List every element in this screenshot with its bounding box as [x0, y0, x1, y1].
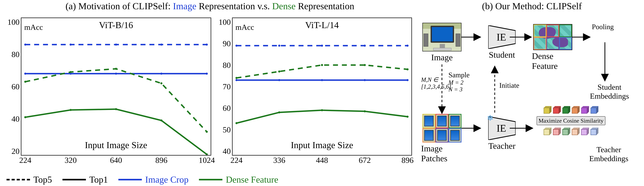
- ytick: 20: [12, 147, 20, 156]
- chart-vitb: mAcc ViT-B/16 Input Image Size 204060801…: [5, 15, 216, 166]
- arrow: [439, 62, 444, 115]
- encoder-label: IE: [496, 122, 506, 134]
- svg-point-28: [364, 79, 366, 81]
- student-embeddings-label: Student Embeddings: [578, 83, 642, 101]
- svg-point-25: [236, 79, 238, 81]
- svg-point-17: [115, 108, 117, 110]
- svg-point-9: [206, 73, 208, 75]
- ytick: 80: [12, 50, 20, 59]
- svg-point-14: [206, 131, 208, 133]
- svg-point-1: [70, 44, 72, 46]
- svg-point-22: [321, 45, 323, 47]
- cube-icon: [562, 128, 570, 135]
- dense-feature-node: Dense Feature: [532, 24, 574, 71]
- embeddings: [544, 106, 598, 114]
- arrow: [602, 40, 608, 83]
- cube-icon: [581, 128, 589, 135]
- ytick: 100: [8, 17, 20, 27]
- patches-node: Image Patches: [421, 114, 463, 163]
- embeddings-node: Maximize Cosine Similarity: [534, 106, 608, 135]
- patch-cell: [436, 114, 448, 128]
- ytick: 40: [12, 114, 20, 124]
- sample-text: SampleM = 2N = 3: [448, 71, 470, 93]
- xtick: 1024: [199, 156, 215, 165]
- xtick: 320: [65, 156, 77, 165]
- svg-point-18: [160, 119, 162, 121]
- image-icon: [422, 23, 462, 51]
- xtick: 224: [230, 156, 242, 165]
- student-encoder: IEStudent: [481, 25, 523, 60]
- initiate-label: Initiate: [499, 81, 519, 89]
- svg-point-24: [406, 45, 408, 47]
- svg-point-4: [206, 44, 208, 46]
- xtick: 896: [402, 156, 414, 165]
- svg-point-15: [24, 116, 26, 118]
- svg-point-16: [70, 109, 72, 111]
- cube-icon: [590, 128, 598, 135]
- svg-point-31: [278, 70, 280, 72]
- cube-icon: [553, 106, 561, 114]
- arrow: [507, 34, 533, 40]
- svg-point-11: [70, 71, 72, 73]
- grid-cell: [534, 24, 546, 37]
- svg-point-5: [24, 73, 26, 75]
- ytick: 80: [223, 60, 231, 70]
- xtick: 336: [273, 156, 285, 165]
- cube-icon: [553, 128, 561, 135]
- svg-point-33: [364, 64, 366, 66]
- svg-point-26: [278, 79, 280, 81]
- arrow: [507, 126, 534, 131]
- teacher-encoder: IE❄Teacher: [481, 117, 523, 151]
- ytick: 60: [12, 82, 20, 91]
- patch-cell: [436, 128, 448, 143]
- svg-point-10: [24, 81, 26, 83]
- ytick: 70: [223, 82, 231, 91]
- cube-icon: [572, 106, 580, 114]
- svg-point-29: [406, 79, 408, 81]
- image-node: Image: [421, 23, 463, 62]
- cube-icon: [581, 106, 589, 114]
- xtick: 640: [110, 156, 122, 165]
- patches-label: Image Patches: [421, 144, 463, 163]
- arrow: [459, 34, 482, 40]
- student-label: Student: [489, 50, 515, 60]
- svg-point-38: [364, 110, 366, 112]
- similarity-box: Maximize Cosine Similarity: [536, 116, 606, 125]
- pooling-label: Pooling: [592, 23, 614, 31]
- xtick: 448: [316, 156, 328, 165]
- grid-cell: [546, 24, 559, 37]
- ytick: 100: [218, 17, 231, 27]
- xtick: 896: [156, 156, 168, 165]
- legend-top5: Top5: [33, 175, 52, 185]
- chart-vitl: mAcc ViT-L/14 Input Image Size 405060708…: [216, 15, 414, 166]
- legend-top1: Top1: [89, 175, 108, 185]
- arrow: [570, 34, 592, 40]
- legend-dense-feature: Dense Feature: [226, 175, 278, 185]
- mn-text: M,N ∈[1,2,3,4,5,6]: [421, 76, 451, 90]
- teacher-label: Teacher: [488, 141, 516, 151]
- dense-feature-icon: [533, 24, 572, 50]
- svg-point-8: [160, 73, 162, 75]
- caption-b: (b) Our Method: CLIPSelf: [420, 1, 644, 11]
- encoder-label: IE: [496, 31, 506, 43]
- grid-cell: [546, 37, 559, 50]
- patches-icon: [422, 114, 462, 143]
- svg-point-23: [364, 45, 366, 47]
- svg-point-36: [278, 111, 280, 113]
- caption-a: (a) Motivation of CLIPSelf: Image Repres…: [0, 1, 420, 11]
- dense-feature-label: Dense Feature: [532, 51, 574, 71]
- image-label: Image: [431, 52, 453, 62]
- cube-icon: [544, 106, 552, 114]
- teacher-embeddings-label: Teacher Embeddings: [576, 145, 642, 163]
- svg-point-32: [321, 64, 323, 66]
- legend: Top5 Top1 Image Crop Dense Feature: [6, 174, 417, 186]
- svg-point-20: [236, 45, 238, 47]
- xtick: 224: [19, 156, 32, 165]
- svg-point-30: [236, 77, 238, 79]
- svg-point-0: [24, 44, 26, 46]
- svg-point-37: [321, 109, 323, 111]
- cube-icon: [544, 128, 552, 135]
- cube-icon: [572, 128, 580, 135]
- xtick: 672: [359, 156, 371, 165]
- svg-point-12: [115, 68, 117, 70]
